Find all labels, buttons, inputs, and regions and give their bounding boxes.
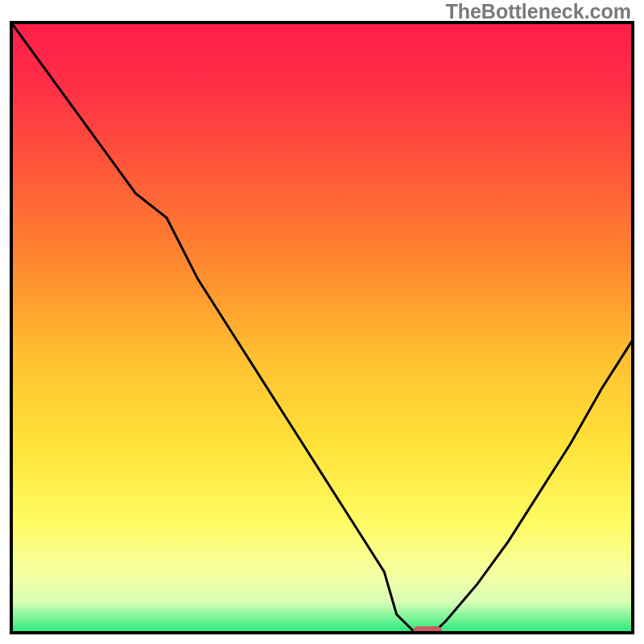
bottleneck-chart (0, 0, 644, 644)
watermark-container: TheBottleneck.com (445, 0, 631, 23)
gradient-background (11, 23, 633, 633)
watermark-text: TheBottleneck.com (445, 0, 631, 23)
